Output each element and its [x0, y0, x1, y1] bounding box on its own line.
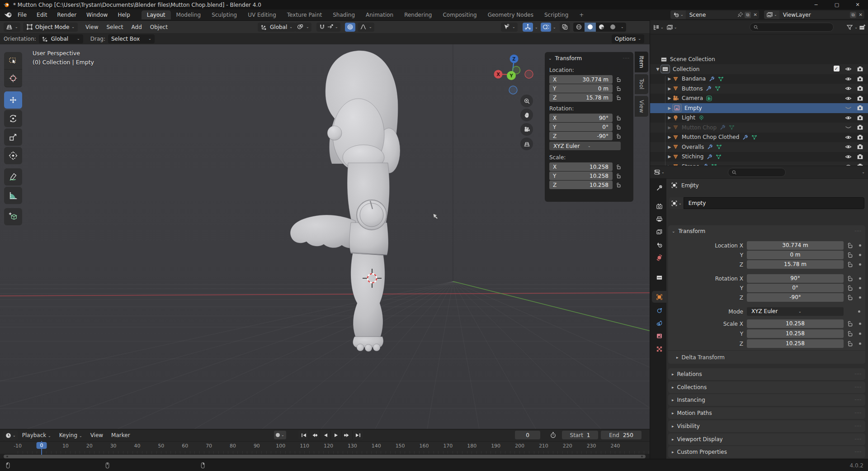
expand-arrow-icon[interactable]: ▶: [667, 154, 672, 159]
animate-dot[interactable]: [859, 343, 861, 345]
current-frame-field[interactable]: 0: [515, 431, 540, 439]
tab-output[interactable]: [652, 213, 666, 225]
workspace-tab-uv-editing[interactable]: UV Editing: [242, 10, 282, 19]
pin-icon[interactable]: [688, 182, 694, 189]
rotation-mode-dropdown[interactable]: XYZ Euler⌄: [549, 142, 621, 150]
eye-icon[interactable]: [845, 95, 852, 102]
tab-physics[interactable]: [652, 317, 666, 329]
shading-wireframe-button[interactable]: [573, 23, 585, 32]
workspace-tab-layout[interactable]: Layout: [142, 10, 171, 19]
camera-visibility-icon[interactable]: [857, 114, 863, 121]
camera-visibility-icon[interactable]: [857, 153, 863, 160]
menu-object[interactable]: Object: [146, 24, 172, 30]
value-field[interactable]: 15.78 m: [747, 260, 844, 269]
scene-icon[interactable]: ⌄: [670, 10, 686, 19]
pin-icon[interactable]: [737, 11, 744, 18]
timeline-editor-type-button[interactable]: ⌄: [3, 431, 18, 440]
play-reverse-button[interactable]: [320, 431, 331, 439]
object-name-label[interactable]: Collection: [673, 66, 699, 72]
lock-icon[interactable]: [847, 320, 854, 327]
blender-menu-icon[interactable]: [4, 11, 13, 19]
value-field[interactable]: 0 m: [747, 251, 844, 259]
outliner-row-camera[interactable]: ▶Camera: [650, 93, 868, 103]
expand-arrow-icon[interactable]: ▶: [667, 115, 672, 120]
eye-icon[interactable]: [845, 143, 852, 150]
tool-add-cube[interactable]: [4, 208, 22, 225]
object-name-label[interactable]: Overalls: [682, 144, 704, 150]
camera-view-button[interactable]: [520, 123, 533, 136]
location-y-field[interactable]: Y0 m: [549, 84, 613, 93]
tool-select-box[interactable]: [4, 52, 22, 70]
tab-render[interactable]: [652, 200, 666, 212]
workspace-tab-rendering[interactable]: Rendering: [399, 10, 437, 19]
shading-solid-button[interactable]: [585, 23, 596, 32]
workspace-tab-compositing[interactable]: Compositing: [437, 10, 482, 19]
shading-material-button[interactable]: [596, 23, 607, 32]
value-field[interactable]: 10.258: [747, 339, 844, 348]
proportional-falloff-dropdown[interactable]: ⌄: [358, 23, 374, 32]
camera-visibility-icon[interactable]: [857, 105, 863, 111]
tool-cursor[interactable]: [4, 70, 22, 87]
play-button[interactable]: [331, 431, 342, 439]
camera-visibility-icon[interactable]: [857, 66, 863, 72]
new-collection-icon[interactable]: [859, 24, 866, 31]
lock-icon[interactable]: [847, 340, 854, 347]
tool-rotate[interactable]: [4, 110, 22, 127]
outliner-row-buttons[interactable]: ▶Buttons: [650, 84, 868, 94]
panel-motion-paths[interactable]: ▸Motion Paths····: [668, 407, 865, 419]
menu-marker[interactable]: Marker: [107, 432, 134, 438]
properties-editor-type-button[interactable]: ⌄: [654, 169, 665, 176]
shading-dropdown[interactable]: ⌄: [618, 25, 626, 29]
object-name-label[interactable]: Camera: [682, 95, 703, 101]
lock-icon[interactable]: [616, 76, 622, 83]
object-name-label[interactable]: Scene Collection: [670, 56, 715, 62]
expand-arrow-icon[interactable]: ▶: [667, 135, 672, 139]
zoom-button[interactable]: [520, 95, 533, 107]
object-name-label[interactable]: Stiching: [682, 153, 703, 160]
add-workspace-button[interactable]: +: [574, 10, 589, 19]
panel-grip[interactable]: ····: [855, 229, 862, 233]
viewlayer-copies-badge[interactable]: ⧉: [850, 12, 856, 18]
object-name-label[interactable]: Bandana: [682, 76, 706, 82]
object-name-input[interactable]: Empty: [684, 197, 864, 209]
options-dropdown[interactable]: Options⌄: [612, 34, 644, 43]
rotation-z-field[interactable]: Z-90°: [549, 132, 613, 140]
collection-checkbox[interactable]: ✓: [834, 66, 840, 71]
animate-dot[interactable]: [859, 244, 861, 247]
object-name-label[interactable]: Empty: [684, 105, 702, 111]
sidebar-tab-view[interactable]: View: [635, 96, 648, 117]
lock-icon[interactable]: [616, 133, 622, 139]
filter-dropdown[interactable]: ⌄: [854, 25, 858, 29]
animate-dot[interactable]: [859, 287, 861, 289]
rotation-x-field[interactable]: X90°: [549, 114, 613, 122]
scale-x-field[interactable]: X10.258: [549, 162, 613, 171]
maximize-button[interactable]: ▢: [826, 0, 847, 10]
lock-icon[interactable]: [847, 242, 854, 249]
rotation-y-field[interactable]: Y0°: [549, 123, 613, 131]
lock-icon[interactable]: [847, 275, 854, 282]
tab-constraints[interactable]: [652, 304, 666, 316]
panel-collections[interactable]: ▸Collections····: [668, 381, 865, 393]
delta-transform-subpanel[interactable]: ▸Delta Transform: [668, 350, 865, 364]
lock-icon[interactable]: [847, 261, 854, 268]
camera-visibility-icon[interactable]: [857, 134, 863, 141]
eye-icon[interactable]: [845, 114, 852, 121]
object-name-label[interactable]: Mutton Chop Clothed: [682, 134, 739, 140]
tab-collection[interactable]: [652, 271, 666, 283]
tab-object-data[interactable]: [652, 330, 666, 342]
properties-search-input[interactable]: [728, 168, 786, 177]
panel-viewport-display[interactable]: ▸Viewport Display····: [668, 433, 865, 445]
outliner-row-overalls[interactable]: ▶Overalls: [650, 142, 868, 152]
object-name-label[interactable]: Mutton Chop: [682, 124, 717, 131]
lock-icon[interactable]: [616, 95, 622, 101]
eye-icon[interactable]: [845, 76, 852, 82]
menu-view[interactable]: View: [86, 432, 107, 438]
animate-dot[interactable]: [859, 254, 861, 256]
jump-to-start-button[interactable]: [298, 431, 309, 439]
navigation-gizmo[interactable]: Z X Y: [491, 44, 536, 95]
object-id-icon[interactable]: ⌄: [669, 197, 684, 209]
editor-type-button[interactable]: ⌄: [4, 23, 20, 32]
tool-annotate[interactable]: [4, 168, 22, 186]
lock-icon[interactable]: [616, 182, 622, 188]
menu-add[interactable]: Add: [127, 24, 146, 30]
